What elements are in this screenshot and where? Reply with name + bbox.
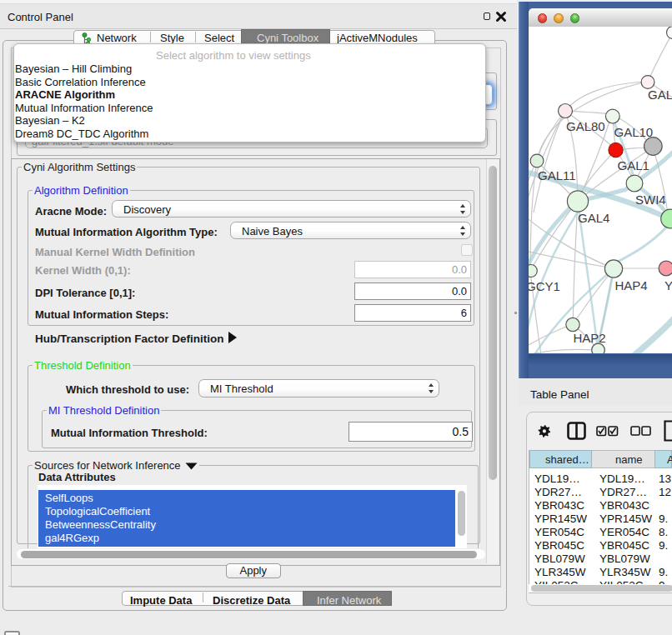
svg-text:HAP4: HAP4 (615, 278, 648, 292)
svg-text:HAP2: HAP2 (574, 331, 606, 345)
svg-text:SWI4: SWI4 (635, 192, 666, 207)
svg-text:GCY1: GCY1 (529, 279, 560, 293)
svg-text:YD: YD (664, 278, 672, 292)
svg-text:GAL10: GAL10 (614, 125, 654, 139)
svg-text:GAL7: GAL7 (648, 88, 672, 102)
svg-text:GAL11: GAL11 (538, 168, 576, 182)
svg-text:GAL4: GAL4 (578, 211, 609, 225)
svg-text:GAL1: GAL1 (618, 158, 649, 172)
svg-text:GAL80: GAL80 (566, 119, 605, 133)
